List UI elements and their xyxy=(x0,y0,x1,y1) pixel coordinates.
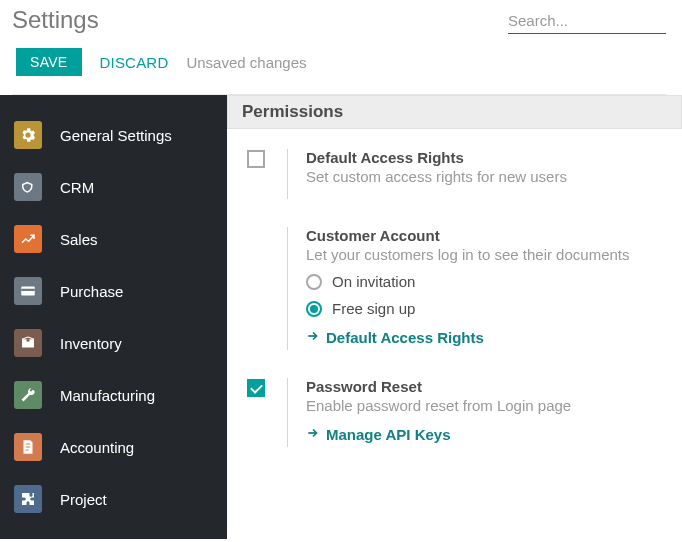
svg-rect-2 xyxy=(27,339,30,341)
sidebar-item-label: CRM xyxy=(60,179,94,196)
checkbox-default-access-rights[interactable] xyxy=(247,150,265,168)
puzzle-icon xyxy=(14,485,42,513)
link-label: Default Access Rights xyxy=(326,329,484,346)
setting-title: Default Access Rights xyxy=(306,149,666,166)
sidebar-item-inventory[interactable]: Inventory xyxy=(0,317,227,369)
radio-on-invitation[interactable]: On invitation xyxy=(306,273,666,290)
setting-subtitle: Let your customers log in to see their d… xyxy=(306,246,666,263)
link-manage-api-keys[interactable]: Manage API Keys xyxy=(306,426,666,443)
page-title: Settings xyxy=(12,6,99,34)
setting-customer-account: Customer Account Let your customers log … xyxy=(243,227,666,350)
radio-free-sign-up[interactable]: Free sign up xyxy=(306,300,666,317)
radio-label: Free sign up xyxy=(332,300,415,317)
sidebar-item-label: General Settings xyxy=(60,127,172,144)
unsaved-changes-label: Unsaved changes xyxy=(186,54,306,71)
sidebar-item-manufacturing[interactable]: Manufacturing xyxy=(0,369,227,421)
sidebar-item-purchase[interactable]: Purchase xyxy=(0,265,227,317)
sidebar-item-project[interactable]: Project xyxy=(0,473,227,525)
checkbox-password-reset[interactable] xyxy=(247,379,265,397)
svg-rect-1 xyxy=(21,289,35,291)
discard-button[interactable]: DISCARD xyxy=(100,54,169,71)
section-title-permissions: Permissions xyxy=(227,95,682,129)
settings-sidebar: General Settings CRM Sales Purchase Inve xyxy=(0,95,227,539)
link-default-access-rights[interactable]: Default Access Rights xyxy=(306,329,666,346)
setting-password-reset: Password Reset Enable password reset fro… xyxy=(243,378,666,447)
search-input[interactable] xyxy=(508,8,666,34)
setting-default-access-rights: Default Access Rights Set custom access … xyxy=(243,149,666,199)
link-label: Manage API Keys xyxy=(326,426,451,443)
radio-icon xyxy=(306,274,322,290)
setting-subtitle: Enable password reset from Login page xyxy=(306,397,666,414)
sidebar-item-sales[interactable]: Sales xyxy=(0,213,227,265)
main-content: Permissions Default Access Rights Set cu… xyxy=(227,95,682,539)
sidebar-item-general-settings[interactable]: General Settings xyxy=(0,109,227,161)
wrench-icon xyxy=(14,381,42,409)
sidebar-item-label: Purchase xyxy=(60,283,123,300)
gear-icon xyxy=(14,121,42,149)
credit-card-icon xyxy=(14,277,42,305)
radio-icon xyxy=(306,301,322,317)
setting-title: Customer Account xyxy=(306,227,666,244)
sidebar-item-crm[interactable]: CRM xyxy=(0,161,227,213)
sidebar-item-label: Sales xyxy=(60,231,98,248)
sidebar-item-label: Inventory xyxy=(60,335,122,352)
arrow-right-icon xyxy=(306,329,320,346)
chart-line-icon xyxy=(14,225,42,253)
box-icon xyxy=(14,329,42,357)
radio-label: On invitation xyxy=(332,273,415,290)
setting-title: Password Reset xyxy=(306,378,666,395)
document-icon xyxy=(14,433,42,461)
sidebar-item-accounting[interactable]: Accounting xyxy=(0,421,227,473)
save-button[interactable]: SAVE xyxy=(16,48,82,76)
handshake-icon xyxy=(14,173,42,201)
sidebar-item-label: Accounting xyxy=(60,439,134,456)
sidebar-item-label: Project xyxy=(60,491,107,508)
setting-subtitle: Set custom access rights for new users xyxy=(306,168,666,185)
sidebar-item-label: Manufacturing xyxy=(60,387,155,404)
arrow-right-icon xyxy=(306,426,320,443)
